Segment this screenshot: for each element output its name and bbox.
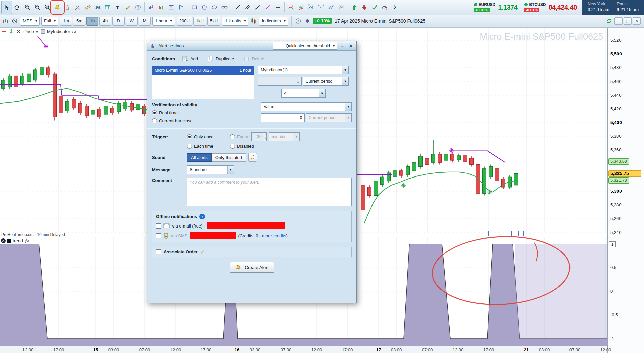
zoom-out-icon[interactable] xyxy=(22,1,32,14)
dialog-close-button[interactable]: ✕ xyxy=(348,43,354,49)
only-this-alert-button[interactable]: Only this alert xyxy=(212,153,246,162)
line-diagonal-icon[interactable] xyxy=(233,1,243,14)
stars-icon[interactable]: *** xyxy=(316,1,326,14)
condition-item-selected[interactable]: Micro E-mini S&P500 Full0625 1 hour xyxy=(152,66,254,75)
more-icon[interactable] xyxy=(390,1,400,14)
only-once-radio[interactable] xyxy=(187,134,192,139)
period-select-disabled[interactable]: Current period▼ xyxy=(306,113,352,122)
time-axis[interactable]: 12:0017:001503:0007:0012:0017:001603:000… xyxy=(0,346,607,353)
timeframe-button-W[interactable]: W xyxy=(126,17,138,26)
duplicate-condition-button[interactable]: Duplicate xyxy=(205,55,236,63)
panel-page-icon[interactable] xyxy=(518,231,524,236)
panel-page-icon[interactable] xyxy=(488,231,493,236)
quote-eurusd[interactable]: EURUSD +0.01% 1.1374 xyxy=(470,2,521,12)
every-radio[interactable] xyxy=(230,134,235,139)
panel-add-icon[interactable] xyxy=(2,29,6,34)
barclose-radio[interactable] xyxy=(152,118,157,123)
symbol-select[interactable]: MES▼ xyxy=(20,17,40,26)
indicators-select[interactable]: Indicators▼ xyxy=(259,17,288,26)
dialog-titlebar[interactable]: Alert settings Quick alert on threshold … xyxy=(147,41,356,51)
price-legend-chip[interactable]: Price≡ xyxy=(23,29,38,34)
timeframe-button-5m[interactable]: 5m xyxy=(73,17,85,26)
text-ellipse-icon[interactable]: T xyxy=(133,1,143,14)
threshold-value-field[interactable] xyxy=(261,113,305,122)
chart-style-icon[interactable] xyxy=(250,17,257,25)
zoom-in-icon[interactable] xyxy=(32,1,42,14)
close-button[interactable]: ✕ xyxy=(633,17,641,25)
indicator-line-field[interactable] xyxy=(258,77,302,86)
panel-arrows-icon[interactable] xyxy=(9,29,14,34)
shape-ellipse-icon[interactable] xyxy=(209,1,219,14)
refresh-icon[interactable] xyxy=(605,17,613,25)
shape-rect-icon[interactable] xyxy=(189,1,199,14)
objects-icon[interactable] xyxy=(72,1,83,14)
alert-bell-icon[interactable] xyxy=(52,1,62,14)
text-icon[interactable]: T xyxy=(113,1,123,14)
line-horizontal-icon[interactable] xyxy=(273,1,283,14)
units-select[interactable]: 1 k units▼ xyxy=(222,17,248,26)
quote-btcusd[interactable]: BTCUSD -0.61% 84,424.40 xyxy=(521,2,580,12)
undo-icon[interactable] xyxy=(12,1,22,14)
close-icon[interactable]: ✕ xyxy=(1,238,6,243)
mini-candles-icon[interactable] xyxy=(2,17,9,25)
panel-page-icon[interactable] xyxy=(137,231,142,236)
sound-settings-button[interactable] xyxy=(248,153,257,162)
check-icon[interactable] xyxy=(369,1,380,14)
units-button-5kU[interactable]: 5kU xyxy=(207,17,220,26)
grid-icon[interactable] xyxy=(103,1,113,14)
indicator-select[interactable]: MyIndicator(1)▼ xyxy=(258,66,349,74)
only-once-radio-row[interactable]: Only once xyxy=(187,134,230,139)
operator-select[interactable]: < =▼ xyxy=(281,89,326,98)
edit-pencil-icon[interactable] xyxy=(200,249,206,255)
delete-condition-button[interactable]: Delete xyxy=(241,55,267,63)
panel-close-icon[interactable] xyxy=(16,29,21,34)
compare-source-select[interactable]: Value▼ xyxy=(261,102,352,111)
line-magenta-icon[interactable] xyxy=(263,1,273,14)
line-points-icon[interactable] xyxy=(253,1,263,14)
timeframe-button-D[interactable]: D xyxy=(112,17,125,26)
arrow-down-icon[interactable] xyxy=(359,1,369,14)
restore-button[interactable]: ▢ xyxy=(624,17,632,25)
units-button-200U[interactable]: 200U xyxy=(177,17,192,26)
barclose-radio-row[interactable]: Current bar close xyxy=(152,118,261,123)
price-axis[interactable]: 5,5205,5005,4805,4605,4405,4205,4005,380… xyxy=(607,27,644,353)
zigzag-stars-icon[interactable]: ** xyxy=(306,1,316,14)
gauge-icon[interactable]: x xyxy=(380,1,390,14)
timeframe-select[interactable]: 1 hour▼ xyxy=(152,17,175,26)
watchlist-icon[interactable] xyxy=(11,17,18,25)
info-icon[interactable]: i xyxy=(199,214,205,219)
create-alert-button[interactable]: Create Alert xyxy=(230,262,274,273)
comment-textarea[interactable] xyxy=(187,178,352,206)
zoom-chart-icon[interactable] xyxy=(42,1,52,14)
timeframe-button-1h[interactable]: 1h xyxy=(86,17,98,26)
zigzag-fib-icon[interactable] xyxy=(336,1,346,14)
lines-parallel-icon[interactable] xyxy=(243,1,253,14)
minimize-button[interactable]: – xyxy=(614,17,623,25)
realtime-radio[interactable] xyxy=(152,110,157,115)
arrow-up-icon[interactable] xyxy=(349,1,359,14)
each-time-radio-row[interactable]: Each time xyxy=(187,144,230,149)
panel-info-icon[interactable] xyxy=(511,231,516,236)
info-icon[interactable]: i xyxy=(295,17,302,25)
dialog-minimize-button[interactable]: – xyxy=(339,43,345,49)
zigzag-blue-icon[interactable] xyxy=(326,1,336,14)
pointer-icon[interactable] xyxy=(1,1,12,14)
associate-order-checkbox[interactable] xyxy=(156,249,161,254)
percent-icon[interactable]: 1% xyxy=(93,1,103,14)
timeframe-button-4h[interactable]: 4h xyxy=(99,17,111,26)
email-checkbox[interactable] xyxy=(156,223,161,229)
disabled-radio-row[interactable]: Disabled xyxy=(230,144,254,149)
shape-link-icon[interactable] xyxy=(219,1,230,14)
every-unit-select[interactable]: minutes▼ xyxy=(269,132,300,141)
pattern-3-icon[interactable] xyxy=(166,1,176,14)
timeframe-button-1m[interactable]: 1m xyxy=(60,17,72,26)
realtime-radio-row[interactable]: Real time xyxy=(152,110,261,115)
all-alerts-button[interactable]: All alerts xyxy=(187,153,212,162)
sms-checkbox[interactable] xyxy=(156,233,161,238)
zigzag-a-icon[interactable]: A xyxy=(286,1,296,14)
trash-icon[interactable] xyxy=(62,1,72,14)
pencil-icon[interactable] xyxy=(123,1,133,14)
more-credits-link[interactable]: more credits xyxy=(262,233,286,238)
period-select[interactable]: Current period▼ xyxy=(303,77,349,86)
shape-poly-icon[interactable] xyxy=(199,1,209,14)
